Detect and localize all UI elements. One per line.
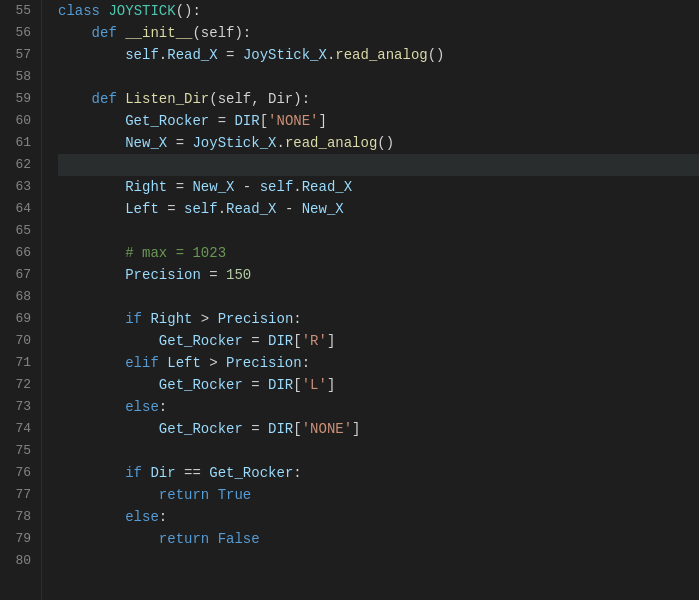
line-num-70: 70	[8, 330, 31, 352]
line-num-77: 77	[8, 484, 31, 506]
code-line-73: else:	[58, 396, 699, 418]
code-line-67: Precision = 150	[58, 264, 699, 286]
line-num-72: 72	[8, 374, 31, 396]
line-num-74: 74	[8, 418, 31, 440]
line-num-71: 71	[8, 352, 31, 374]
code-line-74: Get_Rocker = DIR['NONE']	[58, 418, 699, 440]
code-line-68	[58, 286, 699, 308]
line-num-56: 56	[8, 22, 31, 44]
line-num-67: 67	[8, 264, 31, 286]
code-line-78: else:	[58, 506, 699, 528]
code-line-58	[58, 66, 699, 88]
line-num-65: 65	[8, 220, 31, 242]
code-line-76: if Dir == Get_Rocker:	[58, 462, 699, 484]
code-line-64: Left = self.Read_X - New_X	[58, 198, 699, 220]
code-line-62	[58, 154, 699, 176]
code-line-80	[58, 550, 699, 572]
line-num-57: 57	[8, 44, 31, 66]
line-num-75: 75	[8, 440, 31, 462]
code-line-69: if Right > Precision:	[58, 308, 699, 330]
code-line-61: New_X = JoyStick_X.read_analog()	[58, 132, 699, 154]
line-num-78: 78	[8, 506, 31, 528]
code-line-75	[58, 440, 699, 462]
line-num-80: 80	[8, 550, 31, 572]
code-line-59: def Listen_Dir(self, Dir):	[58, 88, 699, 110]
code-content: class JOYSTICK(): def __init__(self): se…	[42, 0, 699, 600]
code-line-77: return True	[58, 484, 699, 506]
line-num-69: 69	[8, 308, 31, 330]
line-num-76: 76	[8, 462, 31, 484]
code-line-60: Get_Rocker = DIR['NONE']	[58, 110, 699, 132]
code-line-72: Get_Rocker = DIR['L']	[58, 374, 699, 396]
line-num-64: 64	[8, 198, 31, 220]
line-num-66: 66	[8, 242, 31, 264]
code-line-79: return False	[58, 528, 699, 550]
line-num-68: 68	[8, 286, 31, 308]
code-editor: 55 56 57 58 59 60 61 62 63 64 65 66 67 6…	[0, 0, 699, 600]
code-line-55: class JOYSTICK():	[58, 0, 699, 22]
code-line-63: Right = New_X - self.Read_X	[58, 176, 699, 198]
line-num-58: 58	[8, 66, 31, 88]
code-line-65	[58, 220, 699, 242]
code-line-71: elif Left > Precision:	[58, 352, 699, 374]
line-num-62: 62	[8, 154, 31, 176]
line-num-55: 55	[8, 0, 31, 22]
line-num-79: 79	[8, 528, 31, 550]
line-num-61: 61	[8, 132, 31, 154]
code-line-56: def __init__(self):	[58, 22, 699, 44]
code-line-66: # max = 1023	[58, 242, 699, 264]
line-num-63: 63	[8, 176, 31, 198]
code-line-70: Get_Rocker = DIR['R']	[58, 330, 699, 352]
line-num-73: 73	[8, 396, 31, 418]
line-num-59: 59	[8, 88, 31, 110]
line-num-60: 60	[8, 110, 31, 132]
code-line-57: self.Read_X = JoyStick_X.read_analog()	[58, 44, 699, 66]
line-numbers: 55 56 57 58 59 60 61 62 63 64 65 66 67 6…	[0, 0, 42, 600]
